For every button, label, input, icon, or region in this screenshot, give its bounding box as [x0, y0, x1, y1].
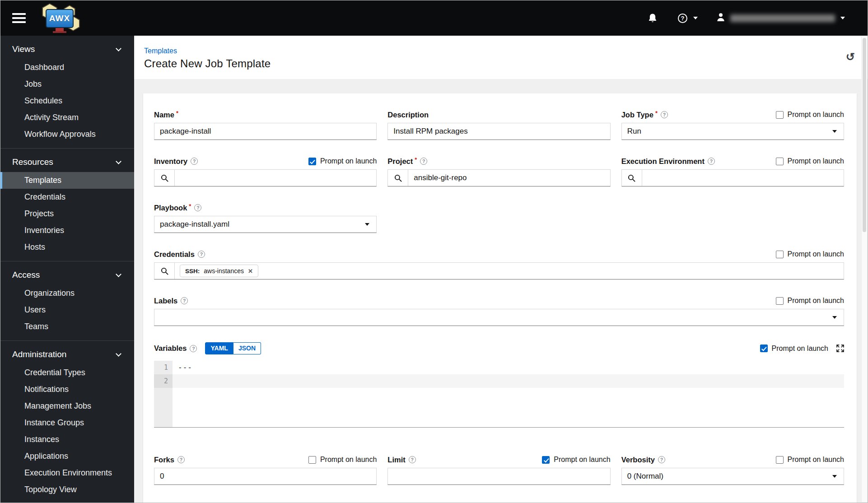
execution-environment-prompt-on-launch[interactable]: Prompt on launch: [776, 157, 844, 165]
top-navbar: AWX: [0, 0, 868, 36]
breadcrumb: Templates: [144, 47, 868, 55]
help-caret-down-icon[interactable]: [693, 17, 698, 19]
forks-input[interactable]: [154, 468, 377, 485]
required-asterisk: *: [189, 203, 191, 210]
prompt-checkbox[interactable]: [776, 111, 784, 119]
project-help-icon[interactable]: [420, 158, 427, 165]
credential-chip-remove-icon[interactable]: ✕: [248, 268, 253, 275]
credential-chip-name: aws-instances: [204, 267, 244, 275]
sidebar-item-organizations[interactable]: Organizations: [0, 285, 134, 302]
sidebar-section-views[interactable]: Views: [0, 39, 134, 59]
expand-editor-icon[interactable]: [836, 345, 844, 352]
field-playbook: Playbook * package-install.yaml: [154, 203, 377, 233]
sidebar-item-jobs[interactable]: Jobs: [0, 76, 134, 93]
job-type-help-icon[interactable]: [661, 111, 668, 118]
sidebar-item-instances[interactable]: Instances: [0, 431, 134, 448]
user-menu[interactable]: [717, 13, 845, 23]
prompt-checkbox[interactable]: [776, 456, 784, 464]
inventory-input[interactable]: [175, 170, 376, 186]
sidebar-item-users[interactable]: Users: [0, 302, 134, 318]
variables-code-editor[interactable]: 1 2 ---: [154, 361, 844, 428]
sidebar-item-topology-view[interactable]: Topology View: [0, 481, 134, 498]
execution-environment-search-icon[interactable]: [622, 170, 642, 186]
inventory-help-icon[interactable]: [191, 158, 198, 165]
sidebar-item-instance-groups[interactable]: Instance Groups: [0, 415, 134, 431]
inventory-lookup: [154, 169, 377, 186]
sidebar-section-access[interactable]: Access: [0, 265, 134, 285]
editor-line: [173, 374, 844, 388]
job-template-form-card: Name * Description Job Type *: [143, 93, 857, 503]
notifications-bell-icon[interactable]: [648, 13, 657, 23]
sidebar-item-management-jobs[interactable]: Management Jobs: [0, 398, 134, 415]
breadcrumb-templates-link[interactable]: Templates: [144, 47, 177, 55]
sidebar-item-activity-stream[interactable]: Activity Stream: [0, 109, 134, 126]
inventory-search-icon[interactable]: [154, 170, 175, 186]
sidebar-item-credential-types[interactable]: Credential Types: [0, 364, 134, 381]
labels-prompt-on-launch[interactable]: Prompt on launch: [776, 297, 844, 305]
credentials-search-icon[interactable]: [154, 263, 175, 279]
job-type-select[interactable]: Run: [621, 123, 844, 140]
variables-format-toggle: YAML JSON: [205, 342, 261, 354]
execution-environment-input[interactable]: [642, 170, 844, 186]
execution-environment-help-icon[interactable]: [708, 158, 715, 165]
credentials-help-icon[interactable]: [198, 251, 205, 258]
labels-help-icon[interactable]: [181, 297, 188, 304]
playbook-select[interactable]: package-install.yaml: [154, 216, 377, 233]
sidebar-item-notifications[interactable]: Notifications: [0, 381, 134, 398]
project-input[interactable]: [408, 170, 610, 186]
inventory-prompt-on-launch[interactable]: Prompt on launch: [308, 157, 377, 165]
job-type-prompt-on-launch[interactable]: Prompt on launch: [776, 111, 844, 119]
project-search-icon[interactable]: [388, 170, 408, 186]
sidebar-item-teams[interactable]: Teams: [0, 318, 134, 335]
yaml-tab[interactable]: YAML: [205, 342, 233, 354]
sidebar-item-hosts[interactable]: Hosts: [0, 239, 134, 256]
name-input[interactable]: [154, 123, 377, 140]
variables-prompt-on-launch[interactable]: Prompt on launch: [760, 345, 828, 353]
playbook-help-icon[interactable]: [194, 204, 201, 211]
description-input[interactable]: [387, 123, 610, 140]
sidebar-item-workflow-approvals[interactable]: Workflow Approvals: [0, 126, 134, 143]
prompt-checkbox[interactable]: [776, 297, 784, 305]
sidebar-item-dashboard[interactable]: Dashboard: [0, 59, 134, 76]
verbosity-help-icon[interactable]: [658, 456, 665, 463]
sidebar-item-execution-environments[interactable]: Execution Environments: [0, 465, 134, 481]
prompt-checkbox[interactable]: [308, 158, 316, 165]
prompt-checkbox[interactable]: [776, 251, 784, 258]
nav-toggle-button[interactable]: [12, 13, 26, 23]
page-header: Templates Create New Job Template ↺: [134, 36, 868, 79]
json-tab[interactable]: JSON: [233, 342, 261, 354]
prompt-checkbox[interactable]: [776, 158, 784, 165]
prompt-checkbox[interactable]: [542, 456, 550, 464]
awx-logo[interactable]: AWX: [38, 3, 82, 33]
verbosity-select[interactable]: 0 (Normal): [621, 468, 844, 485]
logo-monitor: AWX: [46, 9, 74, 28]
sidebar-item-credentials[interactable]: Credentials: [0, 189, 134, 205]
verbosity-prompt-on-launch[interactable]: Prompt on launch: [776, 456, 844, 464]
sidebar-item-applications[interactable]: Applications: [0, 448, 134, 465]
sidebar-item-schedules[interactable]: Schedules: [0, 93, 134, 109]
limit-help-icon[interactable]: [409, 456, 416, 463]
limit-prompt-on-launch[interactable]: Prompt on launch: [542, 456, 610, 464]
execution-environment-label: Execution Environment: [621, 157, 705, 166]
scrollbar-thumb[interactable]: [863, 38, 866, 232]
sidebar-item-projects[interactable]: Projects: [0, 205, 134, 222]
sidebar-section-resources[interactable]: Resources: [0, 152, 134, 172]
forks-prompt-on-launch[interactable]: Prompt on launch: [308, 456, 377, 464]
name-label: Name: [154, 111, 174, 119]
history-icon[interactable]: ↺: [846, 52, 855, 62]
editor-code-area[interactable]: ---: [173, 361, 844, 427]
help-icon[interactable]: [678, 14, 687, 23]
field-show-changes: Show Changes Prompt on launch Off: [621, 501, 844, 503]
user-icon: [717, 13, 725, 23]
prompt-checkbox[interactable]: [308, 456, 316, 464]
limit-input[interactable]: [387, 468, 610, 485]
sidebar-item-inventories[interactable]: Inventories: [0, 222, 134, 239]
variables-help-icon[interactable]: [190, 345, 197, 352]
labels-select[interactable]: [154, 309, 844, 326]
prompt-checkbox[interactable]: [760, 345, 768, 352]
field-variables: Variables YAML JSON Prompt on launch: [154, 342, 844, 428]
sidebar-item-templates[interactable]: Templates: [0, 172, 134, 189]
forks-help-icon[interactable]: [177, 456, 185, 463]
sidebar-section-administration[interactable]: Administration: [0, 345, 134, 364]
credentials-prompt-on-launch[interactable]: Prompt on launch: [776, 250, 844, 258]
